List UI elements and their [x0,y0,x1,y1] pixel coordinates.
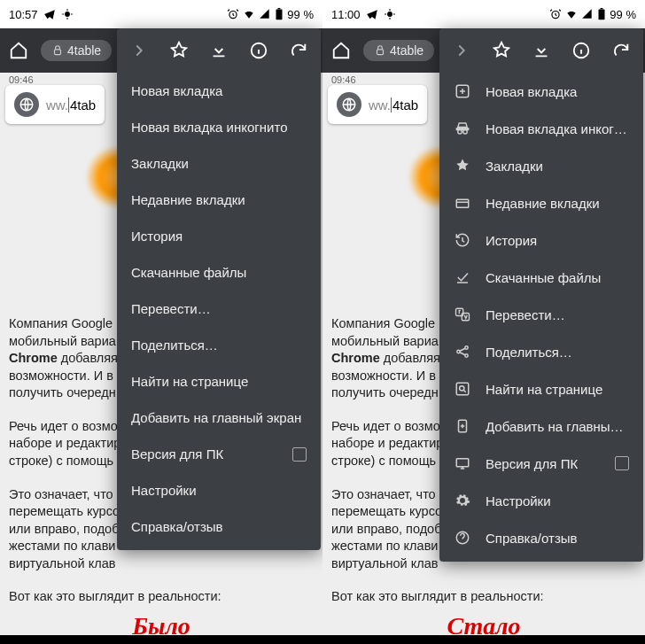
cursor-card: ww.4tab [5,85,105,124]
menu-item[interactable]: Недавние вкладки [439,184,643,221]
menu-item-label: Новая вкладка [486,84,629,99]
menu-item[interactable]: Новая вкладка инкогнито [117,109,321,145]
menu-item[interactable]: Настройки [117,472,321,508]
menu-item[interactable]: История [117,218,321,254]
menu-item[interactable]: Справка/отзыв [117,508,321,545]
translate-icon [454,306,471,322]
svg-point-20 [465,354,468,357]
menu-item-label: Найти на странице [131,374,307,389]
forward-icon[interactable] [452,41,471,60]
menu-item-label: Справка/отзыв [131,519,307,534]
download-icon[interactable] [209,41,229,60]
menu-item-label: История [486,233,629,248]
help-icon [454,530,471,546]
menu-item[interactable]: Недавние вкладки [117,182,321,218]
menu-item-label: Недавние вкладки [131,192,307,207]
menu-item[interactable]: Перевести… [117,291,321,327]
globe-icon [337,92,361,117]
url-bar[interactable]: 4table [41,40,112,61]
cursor-card: ww.4tab [328,85,427,124]
menu-item-label: Перевести… [486,307,629,322]
menu-item-label: Новая вкладка [131,83,307,98]
menu-item[interactable]: Настройки [439,482,643,519]
url-text: 4table [390,43,424,58]
history-icon [454,232,471,248]
svg-rect-11 [377,50,384,55]
bookmark-star-icon[interactable] [169,41,189,60]
menu-item[interactable]: Новая вкладка инкогн… [439,110,643,147]
menu-item[interactable]: История [439,221,643,259]
bookmark-star-icon[interactable] [492,41,511,60]
card-time: 09:46 [331,74,356,85]
gear-icon [454,493,471,508]
menu-item[interactable]: Скачанные файлы [439,259,643,296]
battery-percent: 99 % [610,8,636,21]
menu-item-label: Закладки [486,159,629,174]
menu-item[interactable]: Закладки [117,145,321,182]
battery-icon [597,8,606,20]
mini-url: ww.4tab [46,97,96,113]
menu-toolbar [117,28,321,73]
info-icon[interactable] [249,41,268,60]
menu-item[interactable]: Перевести… [439,296,643,333]
desktop-checkbox[interactable] [615,456,629,470]
status-time: 10:57 [9,8,38,21]
nav-bar [322,635,645,644]
mini-url: ww.4tab [369,97,418,113]
menu-item[interactable]: Новая вкладка [439,73,643,110]
menu-item[interactable]: Найти на странице [439,370,643,407]
svg-point-18 [457,350,460,353]
debug-icon [61,8,74,20]
menu-item[interactable]: Поделиться… [439,333,643,370]
forward-icon[interactable] [129,41,149,60]
svg-point-19 [465,346,468,349]
svg-rect-21 [456,383,469,395]
menu-item-label: Скачанные файлы [131,265,307,280]
menu-item[interactable]: Версия для ПК [439,445,643,482]
svg-point-7 [387,12,392,17]
home-icon[interactable] [331,41,351,60]
refresh-icon[interactable] [289,41,308,60]
refresh-icon[interactable] [611,41,631,60]
menu-item-label: Новая вкладка инкогн… [486,121,629,136]
svg-point-22 [460,386,464,391]
svg-rect-2 [276,9,283,19]
svg-rect-10 [601,8,603,9]
menu-item[interactable]: Скачанные файлы [117,254,321,291]
menu-item-label: История [131,229,307,244]
svg-rect-3 [278,8,281,9]
download-icon[interactable] [532,41,551,60]
battery-percent: 99 % [287,8,314,21]
menu-item-label: Закладки [131,156,307,171]
menu-item-label: Скачанные файлы [486,270,629,285]
menu-item[interactable]: Поделиться… [117,327,321,363]
svg-rect-4 [55,50,61,55]
url-bar[interactable]: 4table [363,40,434,61]
home-icon[interactable] [9,41,28,60]
menu-item-label: Добавить на главный э… [486,419,629,434]
menu-item[interactable]: Добавить на главный экран [117,400,321,436]
tabs-icon [454,195,471,211]
battery-icon [275,8,284,20]
menu-item[interactable]: Добавить на главный э… [439,407,643,445]
menu-item[interactable]: Закладки [439,147,643,184]
menu-item-label: Версия для ПК [131,446,278,462]
incognito-icon [454,120,471,136]
status-bar: 10:57 99 % [0,0,322,28]
svg-rect-15 [456,199,469,207]
menu-item[interactable]: Найти на странице [117,363,321,400]
url-text: 4table [67,43,101,58]
info-icon[interactable] [571,41,591,60]
card-time: 09:46 [9,74,34,85]
plus-box-icon [454,83,471,99]
menu-item-label: Добавить на главный экран [131,410,307,425]
share-icon [454,344,471,360]
nav-bar [0,635,322,644]
menu-item[interactable]: Новая вкладка [117,73,321,109]
wifi-icon [243,8,255,20]
desktop-checkbox[interactable] [292,447,307,462]
menu-item-label: Поделиться… [486,345,629,360]
menu-item[interactable]: Версия для ПК [117,436,321,472]
signal-icon [259,8,271,20]
menu-item[interactable]: Справка/отзыв [439,519,643,556]
